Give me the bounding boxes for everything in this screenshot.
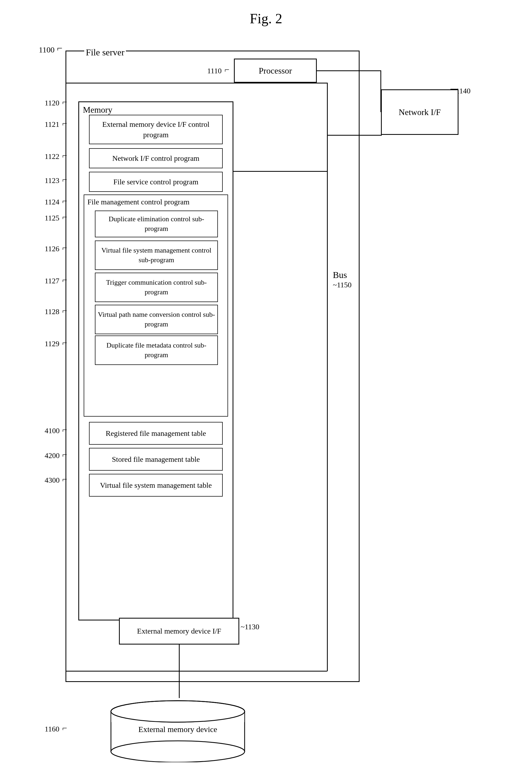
fmc-label: File management control program xyxy=(87,198,190,206)
box-1121-text: External memory device I/F control progr… xyxy=(92,119,220,140)
box-4100: Registered file management table xyxy=(89,422,223,445)
box-1128-text: Virtual path name conversion control sub… xyxy=(98,310,215,329)
ref-4100-bracket: ⌐ xyxy=(62,425,67,435)
extif-to-extmem-line xyxy=(179,645,180,698)
box-4300-text: Virtual file system management table xyxy=(100,480,212,490)
network-if-box: Network I/F xyxy=(381,89,458,135)
box-1126: Virtual file system management control s… xyxy=(95,241,218,270)
ref-1126-bracket: ⌐ xyxy=(62,243,67,253)
ext-memory-container: External memory device xyxy=(98,698,258,762)
mem-to-bus-line xyxy=(233,171,327,172)
ref-1121: 1121 xyxy=(45,120,59,129)
box-1127: Trigger communication control sub-progra… xyxy=(95,273,218,302)
ref-4200-bracket: ⌐ xyxy=(62,450,67,460)
ref-1122: 1122 xyxy=(45,152,59,161)
memory-label: Memory xyxy=(83,105,112,115)
ext-if-box: External memory device I/F xyxy=(119,618,239,645)
ref-1122-bracket: ⌐ xyxy=(62,151,67,160)
file-server-label: File server xyxy=(84,47,126,57)
ref-4300: 4300 xyxy=(45,476,60,484)
diagram-container: 1100 ⌐ File server 1110 ⌐ Processor 1140… xyxy=(39,37,493,760)
ref-1123-bracket: ⌐ xyxy=(62,175,67,184)
box-1122-text: Network I/F control program xyxy=(112,153,199,163)
ref-1120: 1120 xyxy=(45,99,59,107)
box-4300: Virtual file system management table xyxy=(89,474,223,496)
ref-1125: 1125 xyxy=(45,214,59,222)
ref-1129: 1129 xyxy=(45,340,59,348)
processor-box: Processor xyxy=(234,59,317,83)
bus-line-horiz-top xyxy=(65,83,327,83)
ref-1100: 1100 xyxy=(39,45,55,54)
box-1122: Network I/F control program xyxy=(89,148,223,168)
box-1125-text: Duplicate elimination control sub-progra… xyxy=(98,214,215,234)
box-1123-text: File service control program xyxy=(113,176,198,187)
box-1126-text: Virtual file system management control s… xyxy=(98,246,215,265)
ref-1120-bracket: ⌐ xyxy=(62,97,67,107)
netif-to-bus-horiz xyxy=(327,135,382,136)
ref-4200: 4200 xyxy=(45,451,60,460)
processor-label: Processor xyxy=(259,66,292,76)
box-1123: File service control program xyxy=(89,172,223,192)
ext-if-label: External memory device I/F xyxy=(137,626,221,636)
box-1129-text: Duplicate file metadata control sub-prog… xyxy=(98,341,215,360)
box-1125: Duplicate elimination control sub-progra… xyxy=(95,211,218,237)
ref-1129-bracket: ⌐ xyxy=(62,338,67,348)
network-if-label: Network I/F xyxy=(399,107,441,117)
box-1127-text: Trigger communication control sub-progra… xyxy=(98,278,215,297)
ref-1160: 1160 xyxy=(45,725,59,733)
box-4100-text: Registered file management table xyxy=(106,428,206,438)
svg-rect-3 xyxy=(111,711,244,722)
ref-1123: 1123 xyxy=(45,176,59,185)
ref-1100-bracket: ⌐ xyxy=(57,43,62,54)
ref-1127-bracket: ⌐ xyxy=(62,275,67,285)
proc-to-netif-line xyxy=(317,70,381,71)
box-4200: Stored file management table xyxy=(89,448,223,471)
svg-point-1 xyxy=(111,741,245,762)
ref-1126: 1126 xyxy=(45,245,59,253)
ref-1160-bracket: ⌐ xyxy=(62,723,67,733)
ref-1124: 1124 xyxy=(45,198,59,206)
bus-line-horiz-bottom xyxy=(65,671,327,672)
box-1128: Virtual path name conversion control sub… xyxy=(95,305,218,334)
ref-1127: 1127 xyxy=(45,277,59,285)
ext-memory-label: External memory device xyxy=(138,725,217,734)
bus-line-vert xyxy=(327,83,328,671)
ref-4100: 4100 xyxy=(45,426,60,435)
bus-label: Bus xyxy=(333,270,347,280)
ref-1150: ~1150 xyxy=(333,281,352,289)
proc-to-netif-vert xyxy=(380,70,381,112)
box-1121: External memory device I/F control progr… xyxy=(89,115,223,144)
ref-1128: 1128 xyxy=(45,307,59,316)
ref-1130: ~1130 xyxy=(241,623,259,631)
ref-1110: 1110 xyxy=(207,67,222,75)
ref-1121-bracket: ⌐ xyxy=(62,118,67,128)
box-1129: Duplicate file metadata control sub-prog… xyxy=(95,336,218,365)
ref-1125-bracket: ⌐ xyxy=(62,212,67,222)
ref-1124-bracket: ⌐ xyxy=(62,196,67,206)
ref-1110-bracket: ⌐ xyxy=(225,65,229,75)
box-4200-text: Stored file management table xyxy=(112,454,200,464)
ref-1128-bracket: ⌐ xyxy=(62,306,67,316)
page-title: Fig. 2 xyxy=(250,11,282,26)
ref-4300-bracket: ⌐ xyxy=(62,474,67,484)
